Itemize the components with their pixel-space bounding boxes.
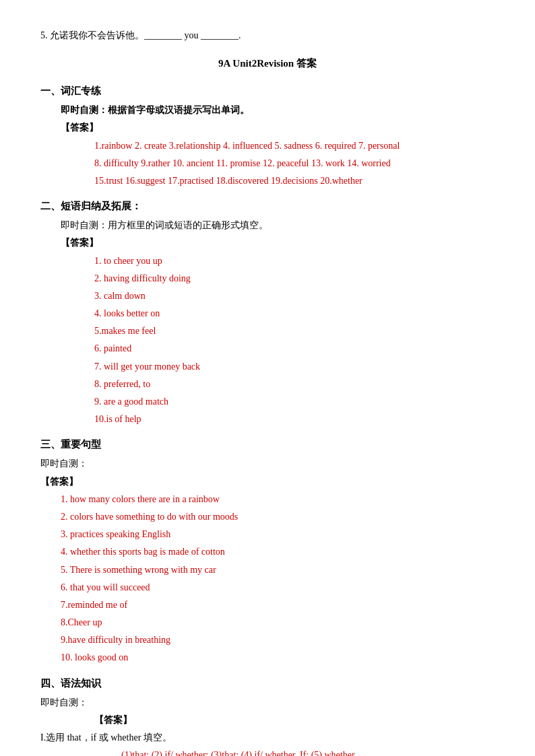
section1-answers: 1.rainbow 2. create 3.relationship 4. in…	[40, 137, 495, 190]
section3-item-9: 10. looks good on	[61, 649, 495, 666]
section2-subtitle: 即时自测：用方框里的词或短语的正确形式填空。	[40, 217, 495, 234]
section4-title: 四、语法知识	[40, 675, 495, 693]
section3-answers: 1. how many colors there are in a rainbo…	[40, 491, 495, 666]
section4-part1-title: I.选用 that，if 或 whether 填空。	[40, 729, 495, 746]
section2-item-4: 5.makes me feel	[94, 322, 495, 339]
section4-answer-label: 【答案】	[40, 712, 495, 728]
section3-item-7: 8.Cheer up	[61, 614, 495, 631]
section2-item-2: 3. calm down	[94, 287, 495, 304]
section1-answer-line1: 1.rainbow 2. create 3.relationship 4. in…	[94, 137, 495, 154]
page-title: 9A Unit2Revision 答案	[40, 55, 495, 73]
section1-answer-line3: 15.trust 16.suggest 17.practised 18.disc…	[94, 172, 495, 189]
section2: 二、短语归纳及拓展： 即时自测：用方框里的词或短语的正确形式填空。 【答案】 1…	[40, 197, 495, 427]
section2-answer-label: 【答案】	[40, 234, 495, 251]
top-question: 5. 允诺我你不会告诉他。________ you ________.	[40, 27, 495, 44]
section3-title: 三、重要句型	[40, 436, 495, 454]
section3-item-6: 7.reminded me of	[61, 596, 495, 613]
section2-answers: 1. to cheer you up2. having difficulty d…	[40, 252, 495, 428]
section1-answer-label: 【答案】	[40, 119, 495, 136]
section2-item-6: 7. will get your money back	[94, 358, 495, 375]
section1-answer-line2: 8. difficulty 9.rather 10. ancient 11. p…	[94, 155, 495, 172]
section2-item-7: 8. preferred, to	[94, 376, 495, 392]
section2-item-9: 10.is of help	[94, 411, 495, 427]
section4-subtitle: 即时自测：	[40, 694, 495, 711]
section1-title: 一、词汇专练	[40, 82, 495, 100]
section3-item-3: 4. whether this sports bag is made of co…	[61, 543, 495, 560]
section3-item-2: 3. practices speaking English	[61, 526, 495, 543]
section3-subtitle: 即时自测：	[40, 455, 495, 472]
section1-subtitle: 即时自测：根据首字母或汉语提示写出单词。	[40, 102, 495, 118]
section3-item-5: 6. that you will succeed	[61, 579, 495, 596]
section1: 一、词汇专练 即时自测：根据首字母或汉语提示写出单词。 【答案】 1.rainb…	[40, 82, 495, 189]
top-question-text: 5. 允诺我你不会告诉他。________ you ________.	[40, 27, 495, 44]
section2-title: 二、短语归纳及拓展：	[40, 197, 495, 215]
section2-item-8: 9. are a good match	[94, 393, 495, 410]
section3-item-0: 1. how many colors there are in a rainbo…	[61, 491, 495, 508]
section4: 四、语法知识 即时自测： 【答案】 I.选用 that，if 或 whether…	[40, 675, 495, 756]
section4-part1-answer: (1)that; (2) if/ whether; (3)that; (4) i…	[40, 747, 495, 756]
section3-item-4: 5. There is something wrong with my car	[61, 561, 495, 578]
section2-item-0: 1. to cheer you up	[94, 252, 495, 269]
section2-item-1: 2. having difficulty doing	[94, 270, 495, 287]
section3-item-1: 2. colors have something to do with our …	[61, 508, 495, 525]
section3-item-8: 9.have difficulty in breathing	[61, 631, 495, 648]
section3: 三、重要句型 即时自测： 【答案】 1. how many colors the…	[40, 436, 495, 666]
section2-item-5: 6. painted	[94, 340, 495, 357]
section3-answer-label: 【答案】	[40, 473, 495, 490]
section2-item-3: 4. looks better on	[94, 305, 495, 322]
